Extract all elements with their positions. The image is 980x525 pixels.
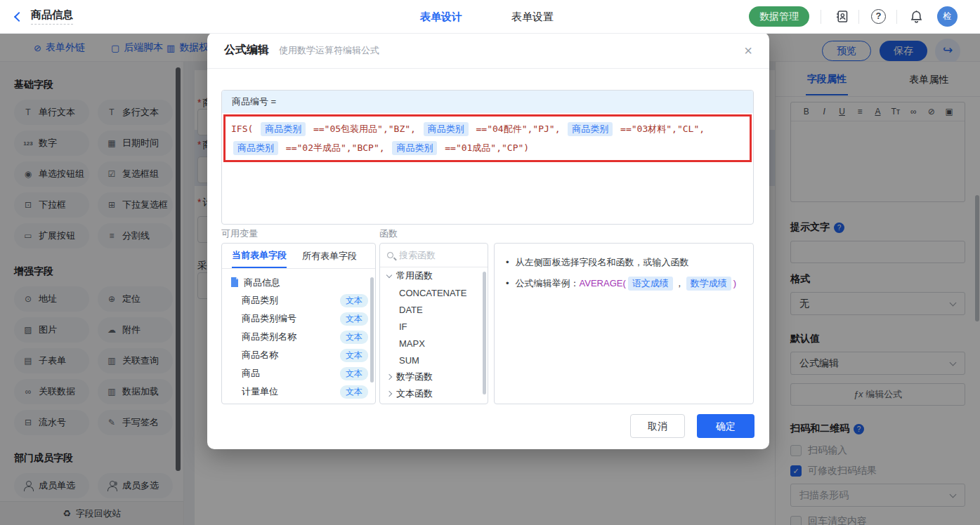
variables-rows: 商品类别文本商品类别编号文本商品类别名称文本商品名称文本商品文本计量单位文本文本 xyxy=(222,291,375,404)
modal-header: 公式编辑 使用数学运算符编辑公式 × xyxy=(207,32,769,69)
chevron-right-icon xyxy=(386,374,392,380)
variables-label: 可用变量 xyxy=(221,227,258,240)
type-badge: 文本 xyxy=(340,294,368,307)
help-bullet-2: • 公式编辑举例：AVERAGE(语文成绩，数学成绩) xyxy=(506,274,742,293)
type-badge: 文本 xyxy=(340,404,368,405)
field-chip[interactable]: 商品类别 xyxy=(568,122,613,136)
formula-code: =="05包装用品","BZ", xyxy=(308,124,422,134)
function-item[interactable]: IF xyxy=(380,318,488,335)
functions-scrollbar[interactable] xyxy=(483,272,486,394)
page-title: 商品信息 xyxy=(31,8,73,25)
formula-code: =="03材料","CL", xyxy=(615,124,705,134)
formula-expression[interactable]: IFS( 商品类别 =="05包装用品","BZ", 商品类别 =="04配件"… xyxy=(223,114,752,162)
formula-code: =="02半成品","BCP", xyxy=(280,142,390,153)
function-item[interactable]: CONCATENATE xyxy=(380,284,488,301)
divider xyxy=(858,10,859,24)
tab-current-form-fields[interactable]: 当前表单字段 xyxy=(232,244,287,268)
formula-editor-modal: 公式编辑 使用数学运算符编辑公式 × 商品编号 = IFS( 商品类别 =="0… xyxy=(207,32,769,449)
functions-label: 函数 xyxy=(379,227,398,240)
search-icon xyxy=(387,252,393,258)
formula-code: =="01成品","CP") xyxy=(439,142,529,153)
modal-subtitle: 使用数学运算符编辑公式 xyxy=(279,44,379,57)
type-badge: 文本 xyxy=(340,349,368,362)
function-search[interactable] xyxy=(380,244,488,267)
variable-name: 商品类别编号 xyxy=(242,312,296,325)
type-badge: 文本 xyxy=(340,385,368,399)
type-badge: 文本 xyxy=(340,367,368,380)
document-icon xyxy=(230,277,239,289)
variable-name: 商品 xyxy=(242,367,260,380)
app-header: 商品信息 表单设计 表单设置 数据管理 ? 检 xyxy=(0,0,980,34)
tab-form-settings[interactable]: 表单设置 xyxy=(511,0,554,34)
field-chip[interactable]: 商品类别 xyxy=(424,122,469,136)
data-manage-button[interactable]: 数据管理 xyxy=(749,6,809,27)
variable-row[interactable]: 商品类别名称文本 xyxy=(222,328,375,346)
variable-row[interactable]: 计量单位文本 xyxy=(222,383,375,401)
variable-row[interactable]: 商品类别文本 xyxy=(222,291,375,310)
function-group-label: 文本函数 xyxy=(396,387,433,400)
function-group-label: 数学函数 xyxy=(396,371,433,383)
help-bullet-1: • 从左侧面板选择字段名和函数，或输入函数 xyxy=(506,253,742,272)
variable-row[interactable]: 商品类别编号文本 xyxy=(222,310,375,328)
formula-editor-box: 商品编号 = IFS( 商品类别 =="05包装用品","BZ", 商品类别 =… xyxy=(221,90,754,225)
contacts-icon[interactable] xyxy=(833,8,851,25)
modal-title: 公式编辑 xyxy=(224,43,269,58)
variables-panel: 当前表单字段 所有表单字段 商品信息 商品类别文本商品类别编号文本商品类别名称文… xyxy=(221,243,376,404)
field-chip[interactable]: 商品类别 xyxy=(233,141,278,155)
field-chip[interactable]: 商品类别 xyxy=(261,122,306,136)
variables-group-row[interactable]: 商品信息 xyxy=(222,269,375,291)
variable-row[interactable]: 商品名称文本 xyxy=(222,346,375,364)
variable-row[interactable]: 文本 xyxy=(222,401,375,404)
tab-form-design[interactable]: 表单设计 xyxy=(420,0,462,34)
formula-code: =="04配件","PJ", xyxy=(471,124,566,134)
function-group-row[interactable]: 文本函数 xyxy=(380,385,488,402)
variable-name: 商品名称 xyxy=(242,349,278,361)
variables-scrollbar[interactable] xyxy=(370,277,374,383)
tab-all-form-fields[interactable]: 所有表单字段 xyxy=(302,244,357,268)
example-field-chip: 数学成绩 xyxy=(686,277,731,291)
functions-panel: 常用函数CONCATENATEDATEIFMAPXSUM数学函数文本函数 xyxy=(379,243,488,404)
avatar[interactable]: 检 xyxy=(937,6,958,27)
bell-icon[interactable] xyxy=(908,8,925,25)
back-icon[interactable] xyxy=(14,11,24,21)
function-item[interactable]: SUM xyxy=(380,352,488,368)
formula-target: 商品编号 = xyxy=(222,91,753,113)
variable-row[interactable]: 商品文本 xyxy=(222,364,375,383)
function-group-label: 常用函数 xyxy=(396,270,433,282)
function-group-row[interactable]: 常用函数 xyxy=(380,267,488,284)
search-input[interactable] xyxy=(399,250,469,260)
example-field-chip: 语文成绩 xyxy=(628,277,673,291)
close-icon[interactable]: × xyxy=(744,44,752,58)
function-rows: 常用函数CONCATENATEDATEIFMAPXSUM数学函数文本函数 xyxy=(380,267,488,402)
type-badge: 文本 xyxy=(340,331,368,344)
variable-name: 计量单位 xyxy=(242,385,278,398)
function-item[interactable]: MAPX xyxy=(380,335,488,352)
type-badge: 文本 xyxy=(340,312,368,326)
formula-code: IFS( xyxy=(231,124,259,134)
cancel-button[interactable]: 取消 xyxy=(630,414,685,438)
chevron-down-icon xyxy=(386,272,392,277)
help-icon[interactable]: ? xyxy=(870,8,887,25)
confirm-button[interactable]: 确定 xyxy=(697,414,754,438)
divider xyxy=(821,10,821,24)
variable-name: 商品类别名称 xyxy=(242,331,296,343)
field-chip[interactable]: 商品类别 xyxy=(392,141,437,155)
variable-name: 商品类别 xyxy=(242,294,278,307)
function-group-row[interactable]: 数学函数 xyxy=(380,368,488,385)
variables-tabs: 当前表单字段 所有表单字段 xyxy=(222,244,375,269)
example-function: AVERAGE( xyxy=(580,278,626,288)
group-label: 商品信息 xyxy=(244,277,280,289)
chevron-right-icon xyxy=(386,391,392,397)
divider xyxy=(896,10,897,24)
function-item[interactable]: DATE xyxy=(380,301,488,318)
formula-help-panel: • 从左侧面板选择字段名和函数，或输入函数 • 公式编辑举例：AVERAGE(语… xyxy=(494,243,754,404)
